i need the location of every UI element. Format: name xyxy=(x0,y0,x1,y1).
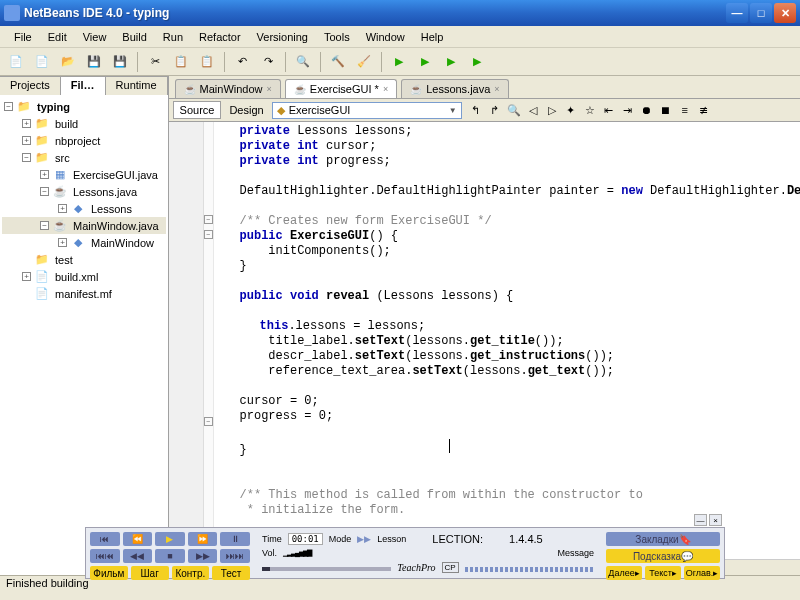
stop-button[interactable]: ■ xyxy=(155,549,185,563)
expand-icon[interactable]: + xyxy=(40,170,49,179)
expand-icon[interactable]: − xyxy=(4,102,13,111)
step-button[interactable]: Шаг xyxy=(131,566,169,580)
prev-button[interactable]: ⏮ xyxy=(90,532,120,546)
lesson-player[interactable]: — × ⏮ ⏪ ▶ ⏩ ⏸ ⏮⏮ ◀◀ ■ ▶▶ ⏭⏭ Фильм Шаг Ко… xyxy=(85,527,725,579)
build-button[interactable] xyxy=(326,50,350,74)
back-icon[interactable]: ↰ xyxy=(468,102,484,118)
maximize-button[interactable]: □ xyxy=(750,3,772,23)
hint-button[interactable]: Подсказка 💬 xyxy=(606,549,720,563)
find-sel-icon[interactable]: 🔍 xyxy=(506,102,522,118)
debug-main-button[interactable] xyxy=(465,50,489,74)
forward-button[interactable]: ⏩ xyxy=(188,532,218,546)
test-button[interactable]: Тест xyxy=(212,566,250,580)
tree-node-lessons[interactable]: −☕Lessons.java xyxy=(2,183,166,200)
macro-stop-icon[interactable]: ⏹ xyxy=(658,102,674,118)
fold-toggle-icon[interactable]: − xyxy=(204,215,213,224)
tree-node-exercisegui[interactable]: +▦ExerciseGUI.java xyxy=(2,166,166,183)
toggle-hl-icon[interactable]: ✦ xyxy=(563,102,579,118)
tree-node-test[interactable]: 📁test xyxy=(2,251,166,268)
menu-view[interactable]: View xyxy=(75,29,115,45)
next-button[interactable]: Далее▸ xyxy=(606,566,642,580)
tree-node-src[interactable]: −📁src xyxy=(2,149,166,166)
tab-runtime[interactable]: Runtime xyxy=(106,76,168,95)
player-close-icon[interactable]: × xyxy=(709,514,722,526)
fold-toggle-icon[interactable]: − xyxy=(204,230,213,239)
fold-toggle-icon[interactable]: − xyxy=(204,417,213,426)
expand-icon[interactable]: + xyxy=(58,238,67,247)
run-main-button[interactable] xyxy=(413,50,437,74)
toc-button[interactable]: Оглав.▸ xyxy=(684,566,720,580)
expand-icon[interactable]: − xyxy=(40,221,49,230)
save-button[interactable] xyxy=(82,50,106,74)
bookmarks-button[interactable]: Закладки 🔖 xyxy=(606,532,720,546)
back-button[interactable]: ◀◀ xyxy=(123,549,153,563)
menu-build[interactable]: Build xyxy=(114,29,154,45)
expand-icon[interactable]: + xyxy=(22,272,31,281)
close-tab-icon[interactable]: × xyxy=(267,84,272,94)
macro-rec-icon[interactable]: ⏺ xyxy=(639,102,655,118)
rewind-button[interactable]: ⏪ xyxy=(123,532,153,546)
last-button[interactable]: ⏭⏭ xyxy=(220,549,250,563)
tree-node-manifest[interactable]: 📄manifest.mf xyxy=(2,285,166,302)
fwd2-button[interactable]: ▶▶ xyxy=(188,549,218,563)
shift-right-icon[interactable]: ⇥ xyxy=(620,102,636,118)
expand-icon[interactable]: − xyxy=(22,153,31,162)
minimize-button[interactable]: — xyxy=(726,3,748,23)
expand-icon[interactable]: + xyxy=(22,119,31,128)
source-mode-button[interactable]: Source xyxy=(173,101,222,119)
tree-node-buildxml[interactable]: +📄build.xml xyxy=(2,268,166,285)
menu-window[interactable]: Window xyxy=(358,29,413,45)
new-file-button[interactable] xyxy=(4,50,28,74)
bookmark-icon[interactable]: ☆ xyxy=(582,102,598,118)
menu-run[interactable]: Run xyxy=(155,29,191,45)
editor-tab-exercisegui[interactable]: ☕ExerciseGUI *× xyxy=(285,79,397,98)
code-editor[interactable]: − − − private Lessons lessons; private i… xyxy=(169,122,800,559)
close-tab-icon[interactable]: × xyxy=(383,84,388,94)
expand-icon[interactable]: − xyxy=(40,187,49,196)
undo-button[interactable] xyxy=(230,50,254,74)
clean-button[interactable] xyxy=(352,50,376,74)
lesson-progress[interactable] xyxy=(465,567,594,572)
pause-button[interactable]: ⏸ xyxy=(220,532,250,546)
menu-file[interactable]: File xyxy=(6,29,40,45)
expand-icon[interactable]: + xyxy=(22,136,31,145)
tree-node-mainwindow[interactable]: −☕MainWindow.java xyxy=(2,217,166,234)
class-selector[interactable]: ◆ ExerciseGUI ▼ xyxy=(272,102,462,119)
close-tab-icon[interactable]: × xyxy=(494,84,499,94)
tab-projects[interactable]: Projects xyxy=(0,76,61,95)
redo-button[interactable] xyxy=(256,50,280,74)
text-button[interactable]: Текст▸ xyxy=(645,566,681,580)
menu-edit[interactable]: Edit xyxy=(40,29,75,45)
player-minimize-icon[interactable]: — xyxy=(694,514,707,526)
save-all-button[interactable] xyxy=(108,50,132,74)
film-button[interactable]: Фильм xyxy=(90,566,128,580)
progress-bar[interactable] xyxy=(262,567,391,571)
find-next-icon[interactable]: ▷ xyxy=(544,102,560,118)
menu-refactor[interactable]: Refactor xyxy=(191,29,249,45)
menu-versioning[interactable]: Versioning xyxy=(249,29,316,45)
new-project-button[interactable] xyxy=(30,50,54,74)
menu-tools[interactable]: Tools xyxy=(316,29,358,45)
uncomment-icon[interactable]: ≢ xyxy=(696,102,712,118)
tree-node-build[interactable]: +📁build xyxy=(2,115,166,132)
expand-icon[interactable]: + xyxy=(58,204,67,213)
menu-help[interactable]: Help xyxy=(413,29,452,45)
comment-icon[interactable]: ≡ xyxy=(677,102,693,118)
control-button[interactable]: Контр. xyxy=(172,566,210,580)
find-button[interactable] xyxy=(291,50,315,74)
close-button[interactable]: ✕ xyxy=(774,3,796,23)
shift-left-icon[interactable]: ⇤ xyxy=(601,102,617,118)
play-button[interactable]: ▶ xyxy=(155,532,185,546)
find-prev-icon[interactable]: ◁ xyxy=(525,102,541,118)
tree-root[interactable]: −📁typing xyxy=(2,98,166,115)
debug-button[interactable] xyxy=(439,50,463,74)
cut-button[interactable] xyxy=(143,50,167,74)
fwd-icon[interactable]: ↱ xyxy=(487,102,503,118)
paste-button[interactable] xyxy=(195,50,219,74)
editor-tab-mainwindow[interactable]: ☕MainWindow× xyxy=(175,79,281,98)
run-button[interactable] xyxy=(387,50,411,74)
first-button[interactable]: ⏮⏮ xyxy=(90,549,120,563)
tree-node-nbproject[interactable]: +📁nbproject xyxy=(2,132,166,149)
design-mode-button[interactable]: Design xyxy=(223,102,269,118)
open-button[interactable] xyxy=(56,50,80,74)
